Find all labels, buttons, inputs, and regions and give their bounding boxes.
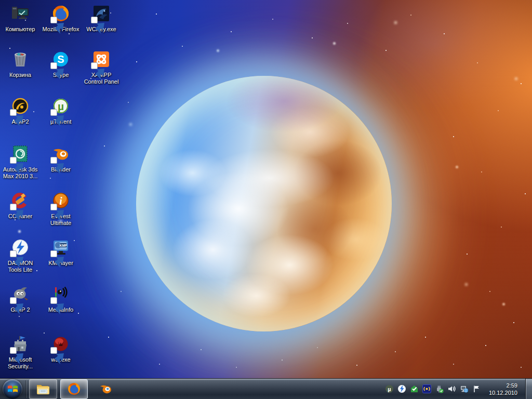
taskbar-separator — [25, 380, 26, 398]
w3l-icon — [51, 335, 70, 353]
explorer-folder-icon — [36, 382, 50, 396]
desktop-icon-microsoft-security[interactable]: Microsoft Security... — [1, 335, 40, 370]
firefox-icon — [67, 382, 81, 396]
shortcut-arrow-icon — [10, 347, 17, 354]
desktop-icon-mozilla-firefox[interactable]: Mozilla Firefox — [41, 4, 81, 33]
svg-text:KMP: KMP — [60, 244, 68, 247]
shortcut-arrow-icon — [50, 347, 57, 354]
desktop-icon-kmplayer[interactable]: KMP KMPlayer — [41, 238, 81, 267]
shortcut-arrow-icon — [10, 157, 17, 164]
recycle-bin-full-icon — [11, 50, 30, 69]
windows-logo-icon — [8, 384, 18, 393]
clock-date: 10.12.2010 — [489, 389, 517, 396]
taskbar: µ 2:59 10.12.2010 — [0, 378, 532, 399]
clock-time: 2:59 — [489, 382, 517, 389]
network-tray-icon[interactable] — [460, 384, 469, 393]
wireless-signal-tray-icon[interactable] — [422, 384, 431, 393]
gimp-icon — [11, 285, 30, 303]
desktop-icon-label: Корзина — [1, 72, 40, 78]
planet-wallpaper — [136, 76, 392, 331]
desktop-icon-computer[interactable]: Компьютер — [1, 4, 40, 33]
desktop-icon-label: Компьютер — [1, 26, 40, 33]
microsoft-security-icon — [11, 335, 30, 353]
volume-tray-icon[interactable] — [447, 384, 456, 393]
daemon-tools-icon — [11, 238, 30, 257]
utorrent-tray-icon[interactable]: µ — [385, 384, 394, 393]
show-desktop-button[interactable] — [525, 379, 532, 399]
utorrent-icon: µ — [51, 97, 70, 115]
desktop-icon-ccleaner[interactable]: CCleaner — [1, 191, 40, 220]
skype-icon: S — [51, 50, 70, 69]
blender-icon — [98, 382, 113, 396]
desktop-icon-everest[interactable]: i Everest Ultimate — [41, 191, 81, 227]
taskbar-clock[interactable]: 2:59 10.12.2010 — [489, 382, 517, 396]
desktop-icon-autodesk-3dsmax[interactable]: Autodesk 3ds Max 2010 3... — [1, 144, 40, 180]
desktop-icon-xampp[interactable]: XAMPP Control Panel — [82, 50, 121, 85]
system-tray: µ 2:59 10.12.2010 — [385, 379, 532, 399]
aimp2-icon — [11, 97, 30, 115]
computer-icon — [11, 4, 30, 23]
shortcut-arrow-icon — [10, 109, 17, 116]
shortcut-arrow-icon — [91, 17, 98, 23]
desktop-icon-gimp[interactable]: GIMP 2 — [1, 285, 40, 313]
ccleaner-icon — [11, 191, 30, 210]
safely-remove-hardware-tray-icon[interactable] — [435, 384, 444, 393]
starfield-big — [0, 0, 2, 2]
shortcut-arrow-icon — [10, 204, 17, 210]
desktop-icon-skype[interactable]: S Skype — [41, 50, 81, 78]
autodesk-3dsmax-icon — [11, 144, 30, 163]
desktop-icon-recycle-bin[interactable]: Корзина — [1, 50, 40, 78]
start-button[interactable] — [3, 379, 22, 399]
blender-icon — [51, 144, 70, 163]
desktop-icon-blender[interactable]: Blender — [41, 144, 81, 173]
shortcut-arrow-icon — [50, 109, 57, 116]
taskbar-button-blender[interactable] — [92, 379, 119, 399]
firefox-icon — [51, 4, 70, 23]
shortcut-arrow-icon — [10, 250, 17, 257]
shortcut-arrow-icon — [50, 250, 57, 257]
mediainfo-icon — [51, 285, 70, 303]
desktop-icon-wckey[interactable]: WCKey.exe — [82, 4, 121, 33]
xampp-icon — [92, 50, 111, 69]
shortcut-arrow-icon — [50, 62, 57, 69]
desktop-icon-mediainfo[interactable]: MediaInfo — [41, 285, 81, 313]
desktop-icon-w3l[interactable]: w3l.exe — [41, 335, 81, 363]
daemon-tools-tray-icon[interactable] — [397, 384, 406, 393]
svg-text:µ: µ — [388, 386, 391, 392]
security-essentials-tray-icon[interactable] — [410, 384, 419, 393]
kmplayer-icon: KMP — [51, 238, 70, 257]
shortcut-arrow-icon — [50, 17, 57, 23]
desktop-icon-aimp2[interactable]: AIMP2 — [1, 97, 40, 125]
shortcut-arrow-icon — [50, 297, 57, 304]
desktop-icon-daemon-tools[interactable]: DAEMON Tools Lite — [1, 238, 40, 273]
action-center-flag-tray-icon[interactable] — [472, 384, 481, 393]
shortcut-arrow-icon — [91, 62, 98, 69]
everest-ultimate-icon: i — [51, 191, 70, 210]
shortcut-arrow-icon — [10, 297, 17, 304]
wckey-icon — [92, 4, 111, 23]
shortcut-arrow-icon — [50, 157, 57, 164]
taskbar-button-firefox[interactable] — [60, 379, 88, 399]
shortcut-arrow-icon — [50, 204, 57, 210]
desktop[interactable]: Компьютер Mozilla Firefox WCKey.exe Корз… — [0, 0, 532, 399]
taskbar-button-explorer[interactable] — [29, 379, 57, 399]
desktop-icon-utorrent[interactable]: µ µTorrent — [41, 97, 81, 125]
